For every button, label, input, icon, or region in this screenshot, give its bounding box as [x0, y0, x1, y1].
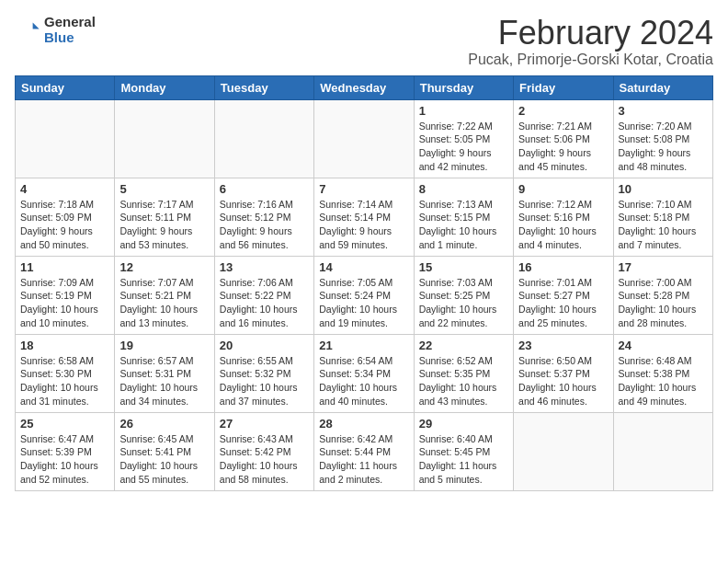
week-row-4: 18Sunrise: 6:58 AMSunset: 5:30 PMDayligh…	[16, 334, 713, 412]
weekday-header-monday: Monday	[115, 75, 214, 99]
day-info: Sunrise: 6:50 AMSunset: 5:37 PMDaylight:…	[518, 354, 608, 408]
page-subtitle: Pucak, Primorje-Gorski Kotar, Croatia	[468, 52, 713, 68]
day-info: Sunrise: 6:40 AMSunset: 5:45 PMDaylight:…	[419, 432, 508, 487]
title-section: February 2024 Pucak, Primorje-Gorski Kot…	[468, 15, 713, 68]
day-number: 13	[220, 260, 309, 274]
day-number: 27	[220, 417, 309, 431]
calendar-cell: 8Sunrise: 7:13 AMSunset: 5:15 PMDaylight…	[414, 178, 513, 256]
calendar-cell: 13Sunrise: 7:06 AMSunset: 5:22 PMDayligh…	[214, 256, 313, 334]
week-row-1: 1Sunrise: 7:22 AMSunset: 5:05 PMDaylight…	[16, 99, 713, 178]
day-number: 11	[20, 260, 109, 274]
day-number: 22	[419, 339, 508, 352]
page-header: General Blue February 2024 Pucak, Primor…	[15, 15, 713, 68]
day-number: 21	[319, 339, 408, 352]
calendar-cell: 19Sunrise: 6:57 AMSunset: 5:31 PMDayligh…	[115, 334, 214, 412]
calendar-cell: 15Sunrise: 7:03 AMSunset: 5:25 PMDayligh…	[414, 256, 513, 334]
day-number: 6	[220, 182, 309, 196]
calendar-cell: 25Sunrise: 6:47 AMSunset: 5:39 PMDayligh…	[16, 412, 115, 490]
day-number: 19	[119, 339, 209, 352]
day-info: Sunrise: 7:00 AMSunset: 5:28 PMDaylight:…	[619, 276, 708, 330]
calendar-cell: 5Sunrise: 7:17 AMSunset: 5:11 PMDaylight…	[115, 178, 214, 256]
day-number: 29	[419, 417, 508, 431]
calendar-cell	[613, 412, 712, 490]
day-info: Sunrise: 7:09 AMSunset: 5:19 PMDaylight:…	[20, 276, 109, 330]
svg-rect-2	[15, 17, 33, 24]
day-info: Sunrise: 7:21 AMSunset: 5:06 PMDaylight:…	[518, 120, 608, 174]
calendar-cell	[314, 99, 414, 178]
day-number: 3	[619, 104, 708, 118]
logo-text: General Blue	[44, 15, 96, 45]
day-info: Sunrise: 7:06 AMSunset: 5:22 PMDaylight:…	[220, 276, 309, 330]
day-number: 12	[119, 260, 209, 274]
day-info: Sunrise: 7:16 AMSunset: 5:12 PMDaylight:…	[220, 198, 309, 252]
calendar-header-row: SundayMondayTuesdayWednesdayThursdayFrid…	[16, 75, 713, 99]
calendar-cell: 9Sunrise: 7:12 AMSunset: 5:16 PMDaylight…	[514, 178, 613, 256]
logo-blue-text: Blue	[44, 30, 96, 46]
logo: General Blue	[15, 15, 96, 45]
weekday-header-saturday: Saturday	[613, 75, 712, 99]
day-info: Sunrise: 7:01 AMSunset: 5:27 PMDaylight:…	[518, 276, 608, 330]
day-number: 26	[119, 417, 209, 431]
day-info: Sunrise: 6:42 AMSunset: 5:44 PMDaylight:…	[319, 432, 408, 487]
day-info: Sunrise: 7:18 AMSunset: 5:09 PMDaylight:…	[20, 198, 109, 252]
calendar-table: SundayMondayTuesdayWednesdayThursdayFrid…	[15, 75, 713, 491]
day-info: Sunrise: 6:48 AMSunset: 5:38 PMDaylight:…	[619, 354, 708, 408]
day-info: Sunrise: 7:17 AMSunset: 5:11 PMDaylight:…	[119, 198, 209, 252]
calendar-cell	[514, 412, 613, 490]
day-info: Sunrise: 6:58 AMSunset: 5:30 PMDaylight:…	[20, 354, 109, 408]
day-info: Sunrise: 7:05 AMSunset: 5:24 PMDaylight:…	[319, 276, 408, 330]
calendar-cell: 22Sunrise: 6:52 AMSunset: 5:35 PMDayligh…	[414, 334, 513, 412]
weekday-header-thursday: Thursday	[414, 75, 513, 99]
day-number: 2	[518, 104, 608, 118]
day-number: 1	[419, 104, 508, 118]
day-info: Sunrise: 6:57 AMSunset: 5:31 PMDaylight:…	[119, 354, 209, 408]
day-info: Sunrise: 6:54 AMSunset: 5:34 PMDaylight:…	[319, 354, 408, 408]
calendar-cell: 11Sunrise: 7:09 AMSunset: 5:19 PMDayligh…	[16, 256, 115, 334]
day-info: Sunrise: 6:45 AMSunset: 5:41 PMDaylight:…	[119, 432, 209, 487]
day-info: Sunrise: 7:22 AMSunset: 5:05 PMDaylight:…	[419, 120, 508, 174]
calendar-cell: 28Sunrise: 6:42 AMSunset: 5:44 PMDayligh…	[314, 412, 414, 490]
calendar-cell: 24Sunrise: 6:48 AMSunset: 5:38 PMDayligh…	[613, 334, 712, 412]
calendar-cell: 20Sunrise: 6:55 AMSunset: 5:32 PMDayligh…	[214, 334, 313, 412]
day-number: 25	[20, 417, 109, 431]
weekday-header-tuesday: Tuesday	[214, 75, 313, 99]
logo-icon	[15, 17, 40, 43]
day-info: Sunrise: 7:14 AMSunset: 5:14 PMDaylight:…	[319, 198, 408, 252]
day-number: 20	[220, 339, 309, 352]
calendar-cell	[214, 99, 313, 178]
day-number: 28	[319, 417, 408, 431]
weekday-header-wednesday: Wednesday	[314, 75, 414, 99]
calendar-cell: 12Sunrise: 7:07 AMSunset: 5:21 PMDayligh…	[115, 256, 214, 334]
weekday-header-sunday: Sunday	[16, 75, 115, 99]
day-number: 8	[419, 182, 508, 196]
calendar-cell: 21Sunrise: 6:54 AMSunset: 5:34 PMDayligh…	[314, 334, 414, 412]
calendar-cell: 3Sunrise: 7:20 AMSunset: 5:08 PMDaylight…	[613, 99, 712, 178]
calendar-cell: 16Sunrise: 7:01 AMSunset: 5:27 PMDayligh…	[514, 256, 613, 334]
day-info: Sunrise: 7:07 AMSunset: 5:21 PMDaylight:…	[119, 276, 209, 330]
day-info: Sunrise: 6:47 AMSunset: 5:39 PMDaylight:…	[20, 432, 109, 487]
week-row-5: 25Sunrise: 6:47 AMSunset: 5:39 PMDayligh…	[16, 412, 713, 490]
day-info: Sunrise: 7:03 AMSunset: 5:25 PMDaylight:…	[419, 276, 508, 330]
day-number: 9	[518, 182, 608, 196]
day-number: 23	[518, 339, 608, 352]
calendar-cell: 27Sunrise: 6:43 AMSunset: 5:42 PMDayligh…	[214, 412, 313, 490]
svg-marker-1	[33, 22, 40, 29]
day-info: Sunrise: 6:55 AMSunset: 5:32 PMDaylight:…	[220, 354, 309, 408]
day-number: 7	[319, 182, 408, 196]
day-number: 16	[518, 260, 608, 274]
logo-general-text: General	[44, 15, 96, 30]
calendar-cell	[115, 99, 214, 178]
day-number: 18	[20, 339, 109, 352]
weekday-header-friday: Friday	[514, 75, 613, 99]
day-number: 15	[419, 260, 508, 274]
page-title: February 2024	[468, 15, 713, 52]
calendar-cell: 29Sunrise: 6:40 AMSunset: 5:45 PMDayligh…	[414, 412, 513, 490]
svg-rect-0	[15, 17, 40, 43]
calendar-cell	[16, 99, 115, 178]
day-number: 14	[319, 260, 408, 274]
calendar-cell: 17Sunrise: 7:00 AMSunset: 5:28 PMDayligh…	[613, 256, 712, 334]
calendar-cell: 1Sunrise: 7:22 AMSunset: 5:05 PMDaylight…	[414, 99, 513, 178]
calendar-cell: 4Sunrise: 7:18 AMSunset: 5:09 PMDaylight…	[16, 178, 115, 256]
day-info: Sunrise: 7:10 AMSunset: 5:18 PMDaylight:…	[619, 198, 708, 252]
calendar-cell: 26Sunrise: 6:45 AMSunset: 5:41 PMDayligh…	[115, 412, 214, 490]
